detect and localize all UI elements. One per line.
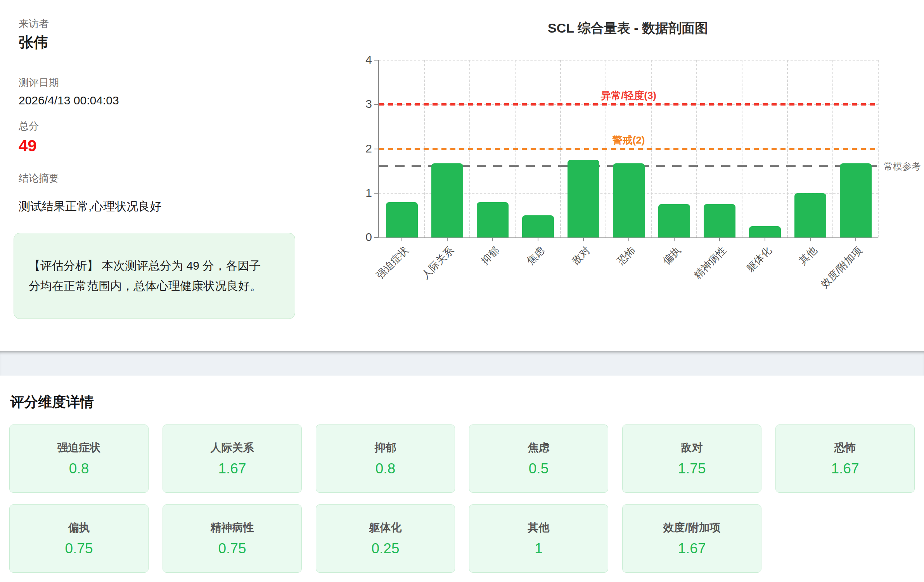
conclusion-value: 测试结果正常,心理状况良好 — [19, 199, 161, 215]
dimension-card-label: 强迫症状 — [57, 440, 101, 455]
x-axis-tick — [674, 237, 675, 241]
x-axis-label: 效度/附加项 — [818, 244, 865, 291]
y-axis-tick-label: 2 — [352, 142, 372, 155]
dimension-card-value: 1.75 — [678, 461, 706, 477]
dimension-card-value: 1.67 — [678, 540, 706, 557]
chart-title: SCL 综合量表 - 数据剖面图 — [378, 19, 877, 37]
y-axis-tick-label: 4 — [352, 53, 372, 66]
dimension-card-label: 其他 — [528, 520, 550, 535]
dimension-card: 其他1 — [469, 504, 608, 573]
dimension-card-value: 1 — [535, 540, 543, 557]
x-axis-label: 敌对 — [569, 244, 593, 268]
dimension-card: 抑郁0.8 — [316, 424, 455, 493]
x-axis-label: 精神病性 — [691, 244, 729, 282]
x-axis-tick — [810, 237, 811, 241]
bar-其他[interactable] — [794, 193, 826, 237]
dimension-card-label: 敌对 — [681, 440, 703, 455]
y-axis-tick-label: 0 — [352, 230, 372, 244]
dimension-card: 躯体化0.25 — [316, 504, 455, 573]
total-score-label: 总分 — [19, 120, 39, 133]
visitor-name: 张伟 — [19, 33, 48, 52]
x-axis-tick — [447, 237, 448, 241]
dimension-card-value: 0.8 — [69, 461, 89, 477]
x-axis-tick — [628, 237, 629, 241]
bar-效度/附加项[interactable] — [840, 163, 872, 237]
x-axis-label: 偏执 — [660, 244, 684, 268]
dimension-card-label: 躯体化 — [369, 520, 402, 535]
reference-line — [379, 103, 878, 106]
x-axis-label: 焦虑 — [524, 244, 548, 268]
dimension-card: 焦虑0.5 — [469, 424, 608, 493]
x-axis-label: 恐怖 — [614, 244, 638, 268]
dimension-card-value: 0.5 — [529, 461, 549, 477]
section-divider — [0, 351, 924, 376]
x-axis-tick — [401, 237, 402, 241]
analysis-text: 【评估分析】 本次测评总分为 49 分，各因子分均在正常范围内，总体心理健康状况… — [29, 256, 267, 296]
y-axis-tick-label: 1 — [352, 186, 372, 199]
visitor-label: 来访者 — [19, 17, 49, 31]
x-axis-tick — [765, 237, 765, 241]
dimension-card: 敌对1.75 — [622, 424, 761, 493]
norm-reference-label: 常模参考 — [884, 160, 921, 173]
y-axis-tick — [374, 237, 378, 238]
scl-profile-bar-chart: 01234强迫症状人际关系抑郁焦虑敌对恐怖偏执精神病性躯体化其他效度/附加项异常… — [378, 60, 878, 238]
dimension-card-value: 0.8 — [375, 461, 395, 477]
x-axis-label: 抑郁 — [478, 244, 502, 268]
test-date-value: 2026/4/13 00:04:03 — [19, 94, 119, 107]
x-axis-tick — [538, 237, 538, 241]
dimension-card-label: 抑郁 — [375, 440, 396, 455]
dimension-card-label: 人际关系 — [211, 440, 254, 455]
bar-抑郁[interactable] — [477, 202, 509, 237]
dimension-card-value: 1.67 — [218, 461, 246, 477]
x-axis-label: 其他 — [796, 244, 820, 268]
y-axis-tick — [374, 60, 378, 61]
y-axis-tick — [374, 149, 378, 149]
bar-恐怖[interactable] — [613, 163, 645, 237]
reference-line-label: 异常/轻度(3) — [379, 89, 878, 102]
bar-敌对[interactable] — [568, 160, 599, 237]
bar-偏执[interactable] — [658, 204, 690, 237]
reference-line — [379, 148, 878, 150]
x-axis-tick — [719, 237, 720, 241]
dimension-card-label: 偏执 — [68, 520, 90, 535]
x-axis-label: 躯体化 — [743, 244, 774, 275]
dimension-card-label: 恐怖 — [834, 440, 856, 455]
dimension-card-value: 0.75 — [218, 540, 246, 557]
reference-line-label: 警戒(2) — [379, 133, 878, 147]
bar-焦虑[interactable] — [522, 215, 554, 237]
conclusion-label: 结论摘要 — [19, 171, 59, 185]
y-axis-tick — [374, 104, 378, 105]
x-axis-label: 人际关系 — [419, 244, 457, 282]
x-axis-tick — [855, 237, 856, 241]
dimension-card: 效度/附加项1.67 — [622, 504, 761, 573]
dimension-cards-grid: 强迫症状0.8人际关系1.67抑郁0.8焦虑0.5敌对1.75恐怖1.67偏执0… — [9, 424, 915, 573]
x-axis-label: 强迫症状 — [373, 244, 411, 282]
dimension-card: 人际关系1.67 — [163, 424, 302, 493]
dimension-card: 精神病性0.75 — [163, 504, 302, 573]
x-axis-tick — [583, 237, 584, 241]
bar-强迫症状[interactable] — [386, 202, 418, 237]
x-axis-tick — [492, 237, 493, 241]
y-axis-tick — [374, 193, 378, 194]
dimension-card: 强迫症状0.8 — [9, 424, 149, 493]
bar-精神病性[interactable] — [704, 204, 735, 237]
y-gridline — [379, 60, 878, 61]
dimension-card-label: 精神病性 — [211, 520, 254, 535]
dimension-card: 偏执0.75 — [9, 504, 149, 573]
bar-人际关系[interactable] — [431, 163, 463, 237]
details-heading: 评分维度详情 — [10, 393, 94, 412]
y-axis-tick-label: 3 — [352, 97, 372, 111]
test-date-label: 测评日期 — [19, 76, 59, 90]
bar-躯体化[interactable] — [749, 226, 781, 237]
total-score-value: 49 — [19, 137, 37, 155]
dimension-card-value: 0.25 — [371, 540, 399, 557]
dimension-card-value: 1.67 — [831, 461, 859, 477]
analysis-box: 【评估分析】 本次测评总分为 49 分，各因子分均在正常范围内，总体心理健康状况… — [14, 233, 295, 319]
dimension-card-value: 0.75 — [65, 540, 93, 557]
dimension-card-label: 焦虑 — [528, 440, 550, 455]
dimension-card: 恐怖1.67 — [775, 424, 915, 493]
dimension-card-label: 效度/附加项 — [663, 520, 721, 535]
